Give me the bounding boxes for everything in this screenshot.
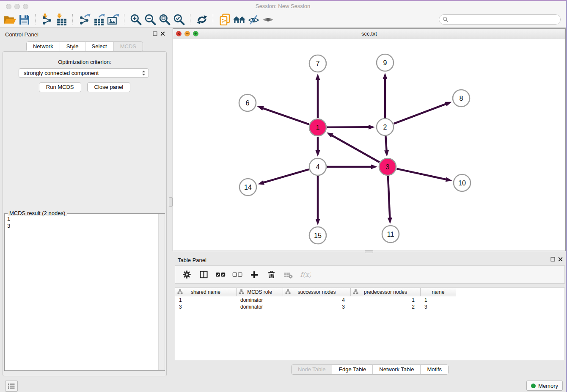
hide-panels-icon[interactable] xyxy=(246,13,261,26)
tree-sort-icon xyxy=(239,289,244,295)
show-panels-button[interactable] xyxy=(5,381,18,392)
refresh-view-icon[interactable] xyxy=(195,13,209,26)
open-cyndex-browser-icon[interactable] xyxy=(232,13,246,26)
tab-mcds[interactable]: MCDS xyxy=(113,42,143,51)
graph-node-label-8: 8 xyxy=(460,95,463,102)
memory-button[interactable]: Memory xyxy=(526,381,563,391)
edge-3-1[interactable] xyxy=(331,135,379,163)
show-graphics-details-icon[interactable] xyxy=(261,13,275,26)
column-header-shared-name[interactable]: shared name xyxy=(175,288,237,296)
table-panel-header: Table Panel xyxy=(173,253,567,266)
float-panel-icon[interactable] xyxy=(153,31,157,36)
close-table-panel-icon[interactable] xyxy=(558,257,563,262)
network-window-titlebar[interactable]: scc.txt xyxy=(173,29,565,39)
cell-MCDS-role[interactable]: dominator xyxy=(237,304,283,310)
window-titlebar: Session: New Session xyxy=(0,1,566,12)
export-image-icon[interactable] xyxy=(106,13,120,26)
tab-edge-table[interactable]: Edge Table xyxy=(332,365,372,374)
column-label: name xyxy=(432,289,444,295)
import-network-icon[interactable] xyxy=(40,13,54,26)
edge-arrow-4-14 xyxy=(258,180,264,185)
memory-status-icon xyxy=(531,384,536,388)
run-mcds-button[interactable]: Run MCDS xyxy=(39,82,81,92)
mcds-result-text: 13 xyxy=(7,215,157,229)
column-label: shared name xyxy=(191,289,220,295)
deselect-all-icon[interactable] xyxy=(232,269,243,280)
edge-1-2[interactable] xyxy=(327,127,370,127)
cell-shared-name[interactable]: 3 xyxy=(175,304,237,310)
export-table-icon[interactable] xyxy=(91,13,106,26)
table-row[interactable]: 1dominator411 xyxy=(175,297,456,304)
panel-splitter-grip[interactable] xyxy=(169,197,173,207)
graph-node-label-14: 14 xyxy=(244,184,252,191)
zoom-selected-icon[interactable] xyxy=(172,13,186,26)
control-panel-title: Control Panel xyxy=(5,31,39,38)
edge-2-8[interactable] xyxy=(394,104,447,124)
delete-row-icon[interactable] xyxy=(266,269,277,280)
column-header-MCDS-role[interactable]: MCDS role xyxy=(237,288,283,296)
cell-successor-nodes[interactable]: 3 xyxy=(283,304,351,310)
zoom-fit-icon[interactable] xyxy=(157,13,172,26)
cell-successor-nodes[interactable]: 4 xyxy=(283,297,351,304)
chevron-updown-icon xyxy=(141,70,146,76)
cell-predecessor-nodes[interactable]: 1 xyxy=(351,297,421,304)
zoom-out-icon[interactable] xyxy=(143,13,157,26)
select-all-icon[interactable] xyxy=(215,269,226,280)
result-scrollbar[interactable] xyxy=(158,214,164,370)
float-table-panel-icon[interactable] xyxy=(550,257,555,262)
column-header-name[interactable]: name xyxy=(421,288,456,296)
cell-predecessor-nodes[interactable]: 2 xyxy=(351,304,421,310)
open-session-icon[interactable] xyxy=(3,13,17,26)
tab-motifs[interactable]: Motifs xyxy=(420,365,448,374)
table-row[interactable]: 3dominator323 xyxy=(175,304,456,310)
graph-node-label-10: 10 xyxy=(458,179,466,187)
delete-table-icon xyxy=(283,269,294,280)
edge-1-6[interactable] xyxy=(262,108,309,124)
export-network-icon[interactable] xyxy=(77,13,91,26)
tab-node-table[interactable]: Node Table xyxy=(292,365,332,374)
settings-gear-icon[interactable] xyxy=(181,269,192,280)
edge-arrow-4-3 xyxy=(371,165,377,169)
export-network-to-ndex-icon[interactable] xyxy=(217,13,232,26)
cell-name[interactable]: 3 xyxy=(421,304,456,310)
cell-name[interactable]: 1 xyxy=(421,297,456,304)
optimization-criterion-label: Optimization criterion: xyxy=(0,59,169,65)
tab-network[interactable]: Network xyxy=(27,42,60,51)
column-chooser-icon[interactable] xyxy=(198,269,209,280)
graph-node-label-1: 1 xyxy=(316,124,320,131)
toolbar-separator xyxy=(213,14,214,25)
column-header-predecessor-nodes[interactable]: predecessor nodes xyxy=(351,288,421,296)
criterion-select[interactable]: strongly connected component xyxy=(19,68,149,78)
edge-2-3[interactable] xyxy=(385,136,386,152)
save-session-icon[interactable] xyxy=(17,13,31,26)
tab-style[interactable]: Style xyxy=(60,42,85,51)
column-header-successor-nodes[interactable]: successor nodes xyxy=(283,288,351,296)
search-field[interactable] xyxy=(439,14,561,25)
close-panel-button[interactable]: Close panel xyxy=(87,82,131,92)
network-graph[interactable]: 7968124314101511 xyxy=(173,39,565,251)
table-panel: Table Panel f(x) shared nameMCDS rolesuc… xyxy=(173,253,567,378)
table-header-row: shared nameMCDS rolesuccessor nodesprede… xyxy=(175,288,456,296)
graph-node-label-6: 6 xyxy=(246,99,250,107)
mcds-result-line: 1 xyxy=(7,215,157,222)
graph-node-label-9: 9 xyxy=(383,59,387,66)
mcds-result-line: 3 xyxy=(7,222,157,229)
network-view-window: scc.txt 7968124314101511 xyxy=(173,28,566,251)
mcds-result-box[interactable]: MCDS result (2 nodes) 13 xyxy=(4,213,165,371)
close-panel-icon[interactable] xyxy=(160,31,165,36)
edge-3-11[interactable] xyxy=(388,176,390,219)
zoom-in-icon[interactable] xyxy=(129,13,143,26)
import-table-icon[interactable] xyxy=(54,13,69,26)
cell-shared-name[interactable]: 1 xyxy=(175,297,237,304)
add-row-icon[interactable] xyxy=(249,269,260,280)
tree-sort-icon xyxy=(285,289,291,295)
search-input[interactable] xyxy=(451,16,560,23)
tab-select[interactable]: Select xyxy=(85,42,113,51)
edge-4-14[interactable] xyxy=(263,169,309,183)
network-canvas[interactable]: 7968124314101511 xyxy=(173,39,565,251)
window-title: Session: New Session xyxy=(0,3,566,9)
edge-3-10[interactable] xyxy=(397,169,447,180)
table-splitter-grip[interactable] xyxy=(365,250,373,253)
cell-MCDS-role[interactable]: dominator xyxy=(237,297,283,304)
tab-network-table[interactable]: Network Table xyxy=(372,365,420,374)
